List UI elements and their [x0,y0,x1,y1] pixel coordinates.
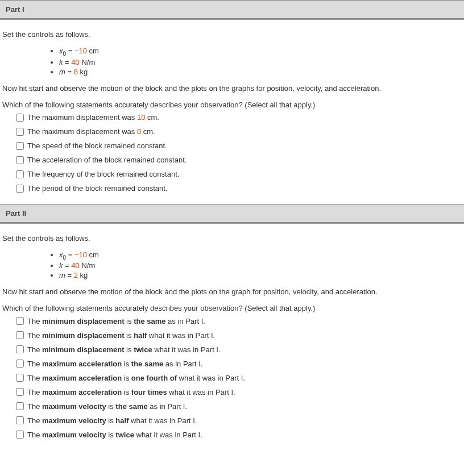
part2-control-k: k = 40 N/m [59,261,462,270]
part1-checkbox-2[interactable] [16,128,24,136]
part2-checkbox-3[interactable] [16,345,24,353]
part2-opt8-label: The maximum velocity is half what it was… [27,416,197,425]
part1-control-k: k = 40 N/m [59,58,462,66]
part2-option-5: The maximum acceleration is one fourth o… [14,372,462,383]
part1-opt6-label: The period of the block remained constan… [27,184,167,193]
part1-header: Part I [0,0,464,19]
part1-opt5-label: The frequency of the block remained cons… [27,170,179,178]
part1-option-1: The maximum displacement was 10 cm. [14,112,462,123]
part1-control-m: m = 8 kg [59,68,462,76]
m-var2: m [59,271,65,279]
x0-eq2: = [66,250,74,259]
part1-option-2: The maximum displacement was 0 cm. [14,126,462,137]
part2-content: Set the controls as follows. x0 = −10 cm… [0,224,464,450]
part1-title: Part I [6,5,24,14]
part2-option-4: The maximum acceleration is the same as … [14,358,462,369]
part2-option-3: The minimum displacement is twice what i… [14,344,462,355]
part2-option-2: The minimum displacement is half what it… [14,329,462,341]
part2-opt6-label: The maximum acceleration is four times w… [27,388,235,396]
part1-controls-list: x0 = −10 cm k = 40 N/m m = 8 kg [48,47,462,76]
part1-option-5: The frequency of the block remained cons… [14,169,462,180]
k-eq2: = [63,261,72,270]
part1-checkbox-6[interactable] [16,185,24,193]
part1-opt2-label: The maximum displacement was 0 cm. [27,127,155,136]
part2-opt1-label: The minimum displacement is the same as … [27,317,205,325]
k-val: 40 [71,58,79,66]
part2-option-1: The minimum displacement is the same as … [14,315,462,327]
part1-checkbox-3[interactable] [16,142,24,150]
part2-title: Part II [6,209,26,218]
m-eq: = [65,68,74,76]
part2-option-9: The maximum velocity is twice what it wa… [14,429,462,440]
part1-question: Which of the following statements accura… [2,101,462,109]
part2-question-block: Which of the following statements accura… [2,304,462,440]
part2-header: Part II [0,204,464,223]
part1-opt4-label: The acceleration of the block remained c… [27,156,187,164]
part1-opt1-label: The maximum displacement was 10 cm. [27,113,159,122]
part2-checkbox-9[interactable] [16,431,24,439]
part1-question-block: Which of the following statements accura… [2,101,462,194]
part2-checkbox-6[interactable] [16,388,24,396]
part2-set-controls: Set the controls as follows. [2,234,462,243]
x0-val: −10 [74,47,87,55]
m-unit2: kg [78,271,88,279]
part1-checkbox-5[interactable] [16,170,24,178]
part2-controls-list: x0 = −10 cm k = 40 N/m m = 2 kg [48,250,462,280]
part2-opt3-label: The minimum displacement is twice what i… [27,345,221,354]
part2-option-7: The maximum velocity is the same as in P… [14,400,462,412]
part2-opt9-label: The maximum velocity is twice what it wa… [27,431,202,439]
m-var: m [59,68,65,76]
part2-question: Which of the following statements accura… [2,304,462,312]
part1-option-4: The acceleration of the block remained c… [14,155,462,166]
part2-opt7-label: The maximum velocity is the same as in P… [27,402,187,411]
k-unit: N/m [80,58,95,66]
part1-checkbox-1[interactable] [16,114,24,122]
m-val2: 2 [74,271,78,279]
x0-eq: = [66,47,74,55]
part2-checkbox-5[interactable] [16,374,24,382]
m-unit: kg [78,68,88,76]
x0-unit2: cm [87,250,99,259]
part1-control-x0: x0 = −10 cm [59,47,462,57]
part1-checkbox-4[interactable] [16,156,24,164]
k-unit2: N/m [80,261,95,270]
m-eq2: = [65,271,74,279]
part2-checkbox-7[interactable] [16,402,24,410]
part2-option-6: The maximum acceleration is four times w… [14,386,462,398]
m-val: 8 [74,68,78,76]
part2-checkbox-1[interactable] [16,317,24,325]
k-eq: = [63,58,72,66]
part1-content: Set the controls as follows. x0 = −10 cm… [0,20,464,204]
k-val2: 40 [71,261,79,270]
part2-control-m: m = 2 kg [59,271,462,279]
part2-opt5-label: The maximum acceleration is one fourth o… [27,374,245,382]
part1-set-controls: Set the controls as follows. [2,30,462,39]
part2-hit-start: Now hit start and observe the motion of … [2,287,462,296]
part2-opt2-label: The minimum displacement is half what it… [27,331,215,340]
part2-checkbox-4[interactable] [16,360,24,368]
part2-control-x0: x0 = −10 cm [59,250,462,261]
part1-option-6: The period of the block remained constan… [14,183,462,194]
part2-opt4-label: The maximum acceleration is the same as … [27,360,203,368]
x0-val2: −10 [74,250,87,259]
part2-checkbox-2[interactable] [16,331,24,339]
x0-unit: cm [87,47,99,55]
part1-option-3: The speed of the block remained constant… [14,140,462,152]
part2-checkbox-8[interactable] [16,416,24,424]
part1-hit-start: Now hit start and observe the motion of … [2,84,462,93]
part2-option-8: The maximum velocity is half what it was… [14,415,462,426]
part1-opt3-label: The speed of the block remained constant… [27,141,167,150]
